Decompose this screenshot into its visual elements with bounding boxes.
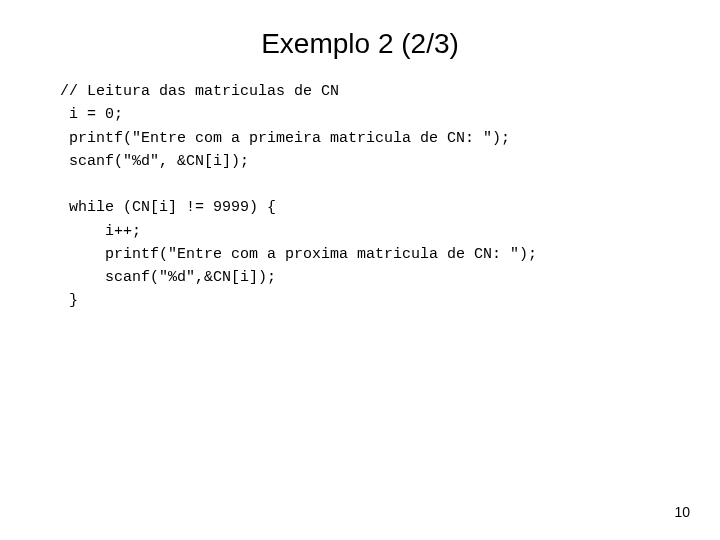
page-number: 10 bbox=[674, 504, 690, 520]
slide-title: Exemplo 2 (2/3) bbox=[0, 0, 720, 80]
code-block: // Leitura das matriculas de CN i = 0; p… bbox=[0, 80, 720, 313]
slide: Exemplo 2 (2/3) // Leitura das matricula… bbox=[0, 0, 720, 540]
